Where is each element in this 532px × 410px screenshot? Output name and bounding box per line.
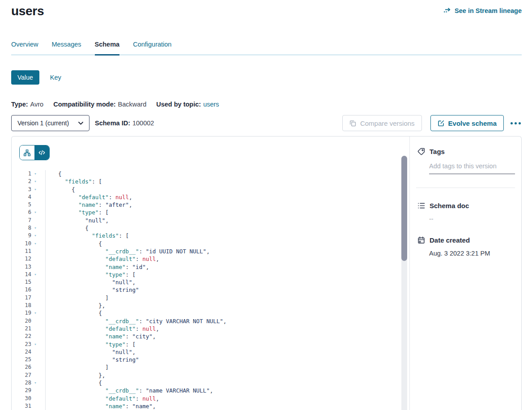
tab-messages[interactable]: Messages (51, 41, 81, 56)
line-gutter: 24 (12, 348, 46, 356)
line-number: 17 (12, 294, 31, 302)
code-line: 28▾ { (12, 379, 409, 387)
code-text: ] (46, 363, 109, 371)
fold-arrow-icon[interactable]: ▾ (31, 379, 39, 387)
code-text: "string" (46, 286, 139, 294)
fold-arrow-icon[interactable]: ▾ (31, 224, 39, 232)
version-select-value: Version 1 (current) (17, 120, 69, 127)
code-text: "string" (46, 356, 139, 363)
code-line: 4 "default": null, (12, 193, 409, 201)
line-number: 20 (12, 317, 31, 325)
line-gutter: 14▾ (12, 271, 46, 278)
fold-arrow-icon[interactable]: ▾ (31, 170, 39, 178)
page-header: users See in Stream lineage (11, 4, 522, 19)
tab-overview[interactable]: Overview (11, 41, 38, 56)
line-gutter: 20 (12, 317, 46, 325)
date-created-icon (417, 236, 425, 244)
page-title: users (11, 4, 44, 19)
code-line: 5 "name": "after", (12, 201, 409, 209)
scrollbar-thumb[interactable] (401, 156, 407, 261)
line-number: 3 (12, 186, 31, 193)
evolve-schema-icon (438, 120, 444, 127)
fold-arrow-icon[interactable]: ▾ (31, 341, 39, 348)
line-number: 5 (12, 201, 31, 209)
line-number: 11 (12, 248, 31, 255)
tab-schema[interactable]: Schema (95, 41, 120, 56)
code-line: 17 ] (12, 294, 409, 302)
version-metadata-sidebar: Tags Schema doc (410, 137, 521, 410)
sidebar-divider (416, 188, 515, 188)
add-tags-input[interactable] (429, 162, 515, 174)
line-number: 19 (12, 309, 31, 317)
fold-arrow-icon[interactable]: ▾ (31, 240, 39, 248)
line-gutter: 17 (12, 294, 46, 302)
fold-arrow-icon[interactable]: ▾ (31, 309, 39, 317)
code-line: 21 "default": null, (12, 325, 409, 333)
date-created-value: Aug. 3 2022 3:21 PM (429, 250, 515, 257)
code-view-button[interactable] (34, 145, 49, 160)
line-number: 8 (12, 224, 31, 232)
value-mode-button[interactable]: Value (11, 70, 39, 85)
line-gutter: 9▾ (12, 232, 46, 239)
code-text: "null", (46, 217, 109, 224)
line-number: 22 (12, 333, 31, 340)
key-mode-link[interactable]: Key (50, 74, 61, 81)
evolve-schema-button[interactable]: Evolve schema (430, 115, 504, 131)
schema-doc-section: Schema doc -- (417, 202, 515, 222)
line-number: 12 (12, 255, 31, 263)
code-text: { (46, 240, 102, 248)
stream-lineage-icon (443, 7, 451, 14)
code-line: 10▾ { (12, 240, 409, 248)
tab-configuration[interactable]: Configuration (133, 41, 171, 56)
tags-title: Tags (430, 148, 445, 155)
code-text: "name": "name", (46, 402, 156, 410)
fold-arrow-icon[interactable]: ▾ (31, 209, 39, 216)
line-number: 9 (12, 232, 31, 239)
version-select[interactable]: Version 1 (current) (11, 115, 89, 131)
fold-arrow-icon[interactable]: ▾ (31, 232, 39, 239)
code-line: 12 "default": null, (12, 255, 409, 263)
code-line: 16 "string" (12, 286, 409, 294)
line-number: 25 (12, 356, 31, 363)
fold-arrow-icon[interactable]: ▾ (31, 186, 39, 193)
line-gutter: 5 (12, 201, 46, 209)
line-gutter: 19▾ (12, 309, 46, 317)
code-line: 3▾ { (12, 186, 409, 193)
type-meta: Type:Avro (11, 101, 43, 108)
more-options-button[interactable] (510, 120, 522, 127)
code-text: { (46, 309, 102, 317)
line-number: 23 (12, 341, 31, 348)
date-created-heading: Date created (417, 236, 515, 244)
topic-link[interactable]: users (203, 101, 219, 108)
line-number: 16 (12, 286, 31, 294)
code-line: 27 }, (12, 372, 409, 379)
code-scrollbar[interactable] (401, 156, 407, 410)
schema-id-label: Schema ID: (95, 120, 130, 127)
code-line: 11 "__crdb__": "id UUID NOT NULL", (12, 248, 409, 255)
compare-versions-label: Compare versions (360, 120, 415, 127)
evolve-schema-label: Evolve schema (448, 120, 497, 127)
code-line: 20 "__crdb__": "city VARCHAR NOT NULL", (12, 317, 409, 325)
line-gutter: 11 (12, 248, 46, 255)
type-value: Avro (30, 101, 44, 108)
tree-view-button[interactable] (20, 145, 34, 160)
compatibility-value: Backward (118, 101, 147, 108)
line-gutter: 7 (12, 217, 46, 224)
compare-versions-button[interactable]: Compare versions (342, 115, 422, 131)
line-number: 21 (12, 325, 31, 333)
code-line: 24 "null", (12, 348, 409, 356)
tags-section: Tags (417, 148, 515, 188)
code-text: ] (46, 294, 109, 302)
line-number: 28 (12, 379, 31, 387)
code-line: 8▾ { (12, 224, 409, 232)
fold-arrow-icon[interactable]: ▾ (31, 271, 39, 278)
code-line: 6▾ "type": [ (12, 209, 409, 216)
line-number: 27 (12, 372, 31, 379)
code-text: "default": null, (46, 325, 159, 333)
see-in-stream-lineage-link[interactable]: See in Stream lineage (443, 7, 522, 14)
line-gutter: 25 (12, 356, 46, 363)
fold-arrow-icon[interactable]: ▾ (31, 178, 39, 185)
line-gutter: 6▾ (12, 209, 46, 216)
code-line: 23▾ "type": [ (12, 341, 409, 348)
code-view-icon (38, 149, 45, 156)
